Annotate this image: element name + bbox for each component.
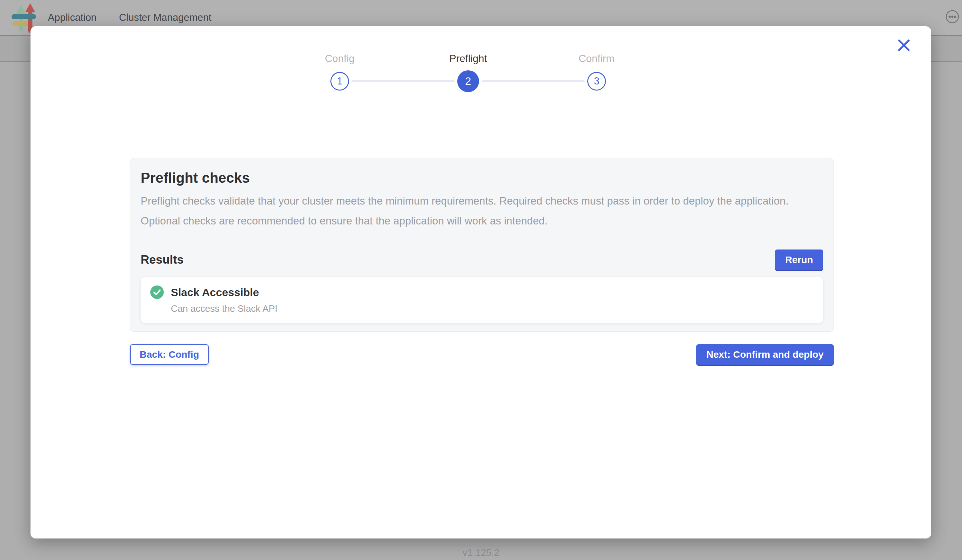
results-heading: Results — [140, 253, 184, 266]
step-label: Confirm — [533, 52, 661, 66]
app-version: v1.125.2 — [0, 547, 962, 558]
check-detail: Can access the Slack API — [171, 303, 278, 314]
stepper-step-config: Config 1 — [276, 52, 404, 66]
preflight-modal: Config 1 Preflight 2 Confirm 3 Preflight… — [31, 26, 931, 539]
wizard-stepper: Config 1 Preflight 2 Confirm 3 — [276, 52, 725, 109]
step-circle-2: 2 — [457, 70, 479, 92]
check-circle-icon — [150, 286, 164, 300]
stepper-connector — [482, 80, 585, 82]
panel-description: Preflight checks validate that your clus… — [140, 191, 823, 231]
step-circle-3: 3 — [587, 72, 606, 90]
preflight-result-item: Slack Accessible Can access the Slack AP… — [140, 277, 823, 323]
nav-tab-cluster-management[interactable]: Cluster Management — [119, 12, 211, 23]
nav-tab-application[interactable]: Application — [48, 12, 97, 23]
step-circle-1: 1 — [331, 72, 349, 90]
screen: Application Cluster Management v1.125.2 — [0, 0, 962, 560]
close-icon[interactable] — [896, 38, 911, 53]
stepper-step-confirm: Confirm 3 — [533, 52, 661, 66]
back-config-button[interactable]: Back: Config — [130, 344, 209, 365]
stepper-step-preflight: Preflight 2 — [404, 52, 533, 66]
next-confirm-deploy-button[interactable]: Next: Confirm and deploy — [696, 344, 834, 365]
check-name: Slack Accessible — [171, 285, 278, 300]
step-label: Config — [276, 52, 404, 66]
ellipsis-menu-icon[interactable] — [946, 10, 959, 23]
step-label: Preflight — [404, 52, 533, 66]
preflight-checks-panel: Preflight checks Preflight checks valida… — [130, 158, 834, 332]
stepper-connector — [352, 80, 455, 82]
results-row: Results Rerun — [140, 250, 823, 270]
panel-title: Preflight checks — [140, 170, 823, 186]
wizard-footer: Back: Config Next: Confirm and deploy — [130, 344, 834, 365]
check-texts: Slack Accessible Can access the Slack AP… — [171, 285, 278, 314]
rerun-button[interactable]: Rerun — [775, 250, 823, 270]
